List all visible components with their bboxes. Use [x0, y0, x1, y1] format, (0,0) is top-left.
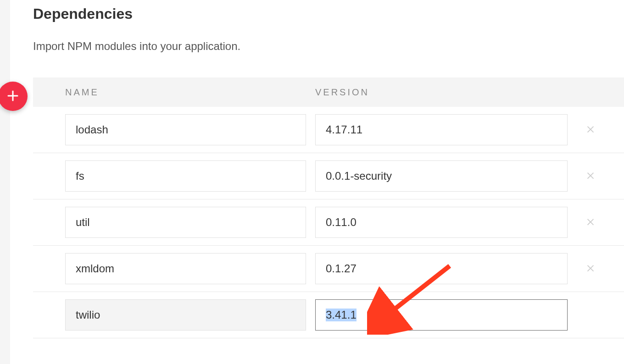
delete-dependency-button[interactable] — [581, 213, 600, 232]
table-row: xmldom0.1.27 — [33, 246, 624, 292]
section-title: Dependencies — [33, 6, 624, 22]
section-description: Import NPM modules into your application… — [33, 40, 624, 53]
close-icon — [585, 261, 596, 276]
cell-name: fs — [65, 160, 315, 192]
cell-version: 0.11.0 — [315, 207, 577, 238]
cell-name: lodash — [65, 114, 315, 145]
column-header-name: NAME — [65, 87, 315, 98]
table-row: lodash4.17.11 — [33, 107, 624, 153]
delete-dependency-button[interactable] — [581, 167, 600, 185]
dependency-version-input[interactable]: 0.0.1-security — [315, 160, 568, 192]
dependency-name-input[interactable]: util — [65, 207, 306, 238]
table-row: util0.11.0 — [33, 199, 624, 246]
cell-name: util — [65, 207, 315, 238]
dependency-version-input[interactable]: 4.17.11 — [315, 114, 568, 145]
table-body: lodash4.17.11fs0.0.1-securityutil0.11.0x… — [33, 107, 624, 338]
dependency-name-input[interactable]: lodash — [65, 114, 306, 145]
delete-dependency-button[interactable] — [581, 121, 600, 139]
dependency-version-input[interactable]: 3.41.1 — [315, 299, 568, 331]
cell-version: 4.17.11 — [315, 114, 577, 145]
dependency-name-input[interactable]: twilio — [65, 299, 306, 331]
table-row: fs0.0.1-security — [33, 153, 624, 199]
dependency-name-input[interactable]: fs — [65, 160, 306, 192]
close-icon — [585, 169, 596, 183]
dependency-version-input[interactable]: 0.11.0 — [315, 207, 568, 238]
dependencies-section: Dependencies Import NPM modules into you… — [10, 0, 624, 338]
close-icon — [585, 122, 596, 137]
cell-name: twilio — [65, 299, 315, 331]
dependencies-table: NAME VERSION lodash4.17.11fs0.0.1-securi… — [10, 77, 624, 338]
cell-delete — [577, 213, 604, 232]
cell-version: 0.0.1-security — [315, 160, 577, 192]
delete-dependency-button[interactable] — [581, 259, 600, 278]
dependency-version-input[interactable]: 0.1.27 — [315, 253, 568, 284]
cell-version: 3.41.1 — [315, 299, 577, 331]
plus-icon — [6, 87, 20, 105]
cell-version: 0.1.27 — [315, 253, 577, 284]
table-header: NAME VERSION — [33, 77, 624, 107]
cell-name: xmldom — [65, 253, 315, 284]
column-header-version: VERSION — [315, 87, 624, 98]
cell-delete — [577, 121, 604, 139]
cell-delete — [577, 167, 604, 185]
close-icon — [585, 215, 596, 230]
cell-delete — [577, 259, 604, 278]
table-row: twilio3.41.1 — [33, 292, 624, 338]
left-gutter — [0, 0, 10, 364]
dependency-name-input[interactable]: xmldom — [65, 253, 306, 284]
